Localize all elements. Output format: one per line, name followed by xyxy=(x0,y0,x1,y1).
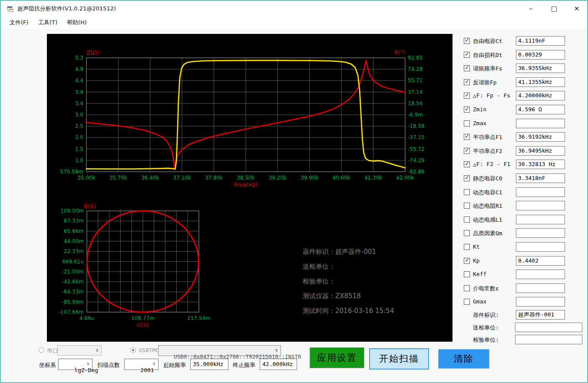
menu-file[interactable]: 文件(F) xyxy=(10,19,29,27)
check-mark-icon: ✓ xyxy=(465,147,469,154)
measurement-label: 静态电容C0 xyxy=(473,175,502,183)
id-field-input[interactable] xyxy=(515,335,582,344)
clear-button[interactable]: 清除 xyxy=(438,349,489,369)
y-left-tick: 570.58m xyxy=(60,169,83,175)
left-axis-title: Z(Ω) xyxy=(86,49,99,56)
checkbox-unchecked[interactable] xyxy=(464,189,470,195)
checkbox-checked[interactable]: ✓ xyxy=(464,148,470,154)
checkbox-checked[interactable]: ✓ xyxy=(464,93,470,99)
measurement-label: 介电常数ε xyxy=(473,285,499,293)
y-right-tick: -18.58 xyxy=(408,123,425,129)
y-tick: -107.66m xyxy=(59,309,84,315)
measurement-value-field[interactable] xyxy=(516,297,565,306)
measurement-value-field[interactable]: 30.32813 Hz xyxy=(516,160,565,169)
checkbox-unchecked[interactable] xyxy=(464,216,470,223)
measurement-row: Kt xyxy=(461,242,588,253)
checkbox-checked[interactable]: ✓ xyxy=(464,79,470,85)
y-tick: -64.33m xyxy=(62,289,84,295)
measurement-value-field[interactable]: 0.00329 xyxy=(516,50,565,60)
measurement-value-field[interactable]: 41.1355kHz xyxy=(516,77,565,87)
usbtmc-radio[interactable] xyxy=(130,347,136,353)
apply-settings-button[interactable]: 应用设置 xyxy=(310,347,364,368)
checkbox-checked[interactable]: ✓ xyxy=(464,52,470,58)
id-field-input[interactable] xyxy=(515,323,582,332)
x-tick: 39.20k xyxy=(269,175,287,181)
measurement-value-field[interactable]: 4.20000kHz xyxy=(516,91,565,100)
measurement-value-field[interactable] xyxy=(516,119,565,128)
measurement-value-field[interactable]: 0.4402 xyxy=(516,256,565,266)
measurement-value-field[interactable]: 3.3418nF xyxy=(516,173,565,183)
close-button[interactable]: ✕ xyxy=(567,3,586,15)
checkbox-unchecked[interactable] xyxy=(464,285,470,291)
checkbox-unchecked[interactable] xyxy=(464,203,470,209)
check-mark-icon: ✓ xyxy=(465,133,469,140)
measurement-label: △F: F2 - F1 xyxy=(473,161,510,167)
measurement-row: ✓半功率点F136.9192kHz xyxy=(461,132,588,143)
start-frequency-input[interactable]: 35.000kHz xyxy=(190,359,228,370)
y-right-tick: 18.56 xyxy=(408,100,423,107)
minimize-button[interactable]: – xyxy=(521,3,540,15)
check-mark-icon: ✓ xyxy=(465,106,469,113)
checkbox-unchecked[interactable] xyxy=(464,120,470,127)
measurement-value-field[interactable] xyxy=(516,201,565,210)
checkbox-checked[interactable]: ✓ xyxy=(464,107,470,113)
scan-points-dropdown[interactable]: 2001∨ xyxy=(124,359,159,370)
plot-panel: 5.34.94.43.93.43.02.52.01.51.0570.58m92.… xyxy=(47,34,453,342)
measurement-panel: ✓自由电容Ct4.1119nF✓自由损耗Dt0.00329✓谐振频率Fs36.9… xyxy=(461,34,588,349)
y-tick: 44.00m xyxy=(64,238,84,244)
radio-selected-dot xyxy=(132,349,134,351)
measurement-value-field[interactable]: 4.596 Ω xyxy=(516,105,565,114)
measurement-label: 自由电容Ct xyxy=(473,37,502,45)
measurement-row: ✓半功率点F236.9495kHz xyxy=(461,146,588,157)
x-axis-title: Freq(Hz) xyxy=(234,181,258,188)
usbtmc-label: USBTMC xyxy=(139,347,159,353)
stop-frequency-input[interactable]: 42.000kHz xyxy=(260,359,297,370)
maximize-button[interactable]: □ xyxy=(545,3,564,15)
y-left-tick: 4.9 xyxy=(75,66,83,72)
serial-port-radio[interactable] xyxy=(39,347,44,353)
usbtmc-address-dropdown[interactable]: USB0::0x0471::0x2786::T020215010::INSTR∨ xyxy=(158,345,281,356)
measurement-value-field[interactable] xyxy=(516,283,565,293)
measurement-value-field[interactable]: 4.1119nF xyxy=(516,36,565,46)
checkbox-unchecked[interactable] xyxy=(464,244,470,250)
measurement-label: Zmax xyxy=(473,120,486,127)
info-line: 检验单位： xyxy=(303,274,394,289)
measurement-label: △F: Fp - Fs xyxy=(473,92,510,99)
measurement-row: 介电常数ε xyxy=(461,283,588,294)
id-field-input[interactable]: 超声器件-001 xyxy=(516,310,565,320)
checkbox-unchecked[interactable] xyxy=(464,299,470,305)
measurement-label: 半功率点F1 xyxy=(473,133,502,141)
id-field-row: 检验单位: xyxy=(461,334,588,346)
serial-port-dropdown[interactable]: ∨ xyxy=(57,345,102,356)
checkbox-checked[interactable]: ✓ xyxy=(464,134,470,140)
measurement-value-field[interactable] xyxy=(516,242,565,252)
checkbox-checked[interactable]: ✓ xyxy=(464,161,470,167)
id-field-label: 检验单位: xyxy=(473,336,499,344)
checkbox-checked[interactable]: ✓ xyxy=(464,38,470,44)
scan-points-label: 扫描点数 xyxy=(97,361,120,369)
measurement-value-field[interactable] xyxy=(516,228,565,238)
measurement-value-field[interactable]: 36.9355kHz xyxy=(516,63,565,73)
right-axis-title: θ(°) xyxy=(394,49,405,56)
menu-tools[interactable]: 工具(T) xyxy=(38,19,57,27)
checkbox-checked[interactable]: ✓ xyxy=(464,65,470,71)
measurement-value-field[interactable] xyxy=(516,270,565,279)
measurement-value-field[interactable] xyxy=(516,187,565,197)
measurement-row: Keff xyxy=(461,269,588,280)
checkbox-checked[interactable]: ✓ xyxy=(464,258,470,264)
y-left-tick: 3.9 xyxy=(75,89,83,95)
start-scan-button[interactable]: 开始扫描 xyxy=(369,348,429,370)
x-axis-title: G(S) xyxy=(137,322,149,328)
y-left-tick: 2.5 xyxy=(75,123,83,129)
checkbox-unchecked[interactable] xyxy=(464,271,470,277)
measurement-value-field[interactable] xyxy=(516,215,565,224)
menu-help[interactable]: 帮助(H) xyxy=(67,19,87,27)
measurement-value-field[interactable]: 36.9192kHz xyxy=(516,132,565,142)
measurement-value-field[interactable]: 36.9495kHz xyxy=(516,146,565,156)
coord-system-dropdown[interactable]: lgZ-Deg∨ xyxy=(58,359,92,370)
checkbox-checked[interactable]: ✓ xyxy=(464,175,470,181)
checkbox-unchecked[interactable] xyxy=(464,230,470,236)
measurement-row: ✓反谐振Fp41.1355kHz xyxy=(461,77,588,88)
menu-bar: 文件(F) 工具(T) 帮助(H) xyxy=(1,17,587,29)
y-tick: -21.00m xyxy=(62,269,84,275)
